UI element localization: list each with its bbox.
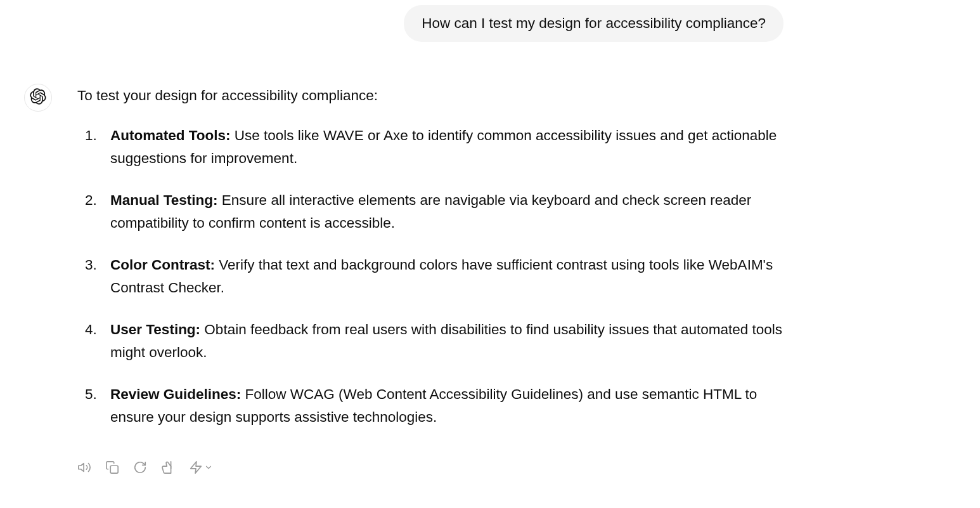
thumbs-down-icon [161,460,175,476]
user-message-row: How can I test my design for accessibili… [0,5,980,42]
list-item: Manual Testing: Ensure all interactive e… [85,189,783,235]
user-message-text: How can I test my design for accessibili… [422,15,766,31]
message-actions [0,460,980,476]
step-title: Color Contrast: [110,257,215,273]
lightning-icon [189,460,203,476]
copy-button[interactable] [105,460,119,476]
speaker-icon [77,460,91,476]
list-item: Review Guidelines: Follow WCAG (Web Cont… [85,383,783,429]
refresh-icon [133,460,147,476]
step-body: Obtain feedback from real users with dis… [110,322,782,360]
assistant-intro-text: To test your design for accessibility co… [77,85,783,107]
bad-response-button[interactable] [161,460,175,476]
svg-marker-0 [79,463,84,471]
chevron-down-icon [204,463,213,474]
read-aloud-button[interactable] [77,460,91,476]
chat-container: How can I test my design for accessibili… [0,0,980,476]
assistant-steps-list: Automated Tools: Use tools like WAVE or … [77,124,783,429]
more-actions-button[interactable] [189,460,213,476]
assistant-avatar [24,84,52,112]
step-title: Automated Tools: [110,127,231,143]
list-item: User Testing: Obtain feedback from real … [85,318,783,364]
copy-icon [105,460,119,476]
step-title: Manual Testing: [110,192,218,208]
regenerate-button[interactable] [133,460,147,476]
svg-marker-2 [191,462,202,473]
svg-rect-1 [110,466,118,473]
step-title: Review Guidelines: [110,386,241,402]
openai-logo-icon [30,88,46,107]
user-message-bubble: How can I test my design for accessibili… [404,5,783,42]
assistant-message-row: To test your design for accessibility co… [0,85,980,448]
list-item: Color Contrast: Verify that text and bac… [85,254,783,299]
list-item: Automated Tools: Use tools like WAVE or … [85,124,783,170]
step-title: User Testing: [110,322,200,337]
assistant-message-content: To test your design for accessibility co… [77,85,783,448]
